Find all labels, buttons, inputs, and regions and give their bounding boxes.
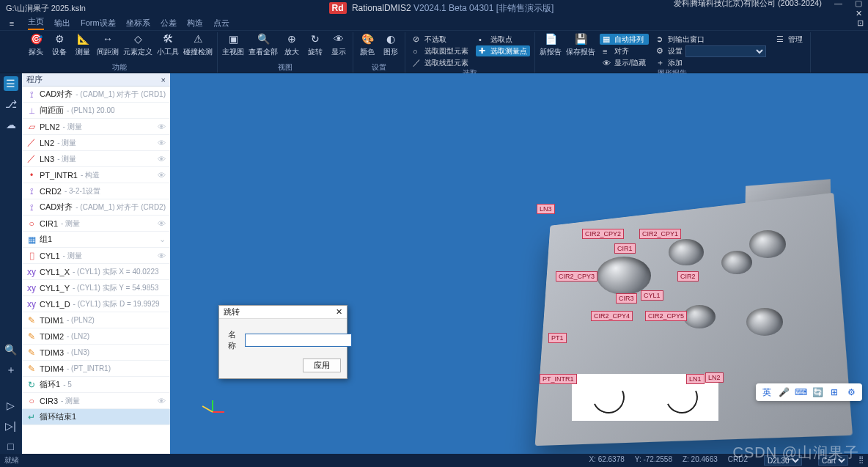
ribbon-btn-查看全部[interactable]: 🔍查看全部 bbox=[249, 32, 278, 57]
tab-construct[interactable]: 构造 bbox=[187, 18, 203, 29]
ime-btn-1[interactable]: 🎤 bbox=[777, 386, 790, 399]
cart-select[interactable]: Cart bbox=[818, 455, 848, 466]
cad-label-CIR3[interactable]: CIR3 bbox=[616, 293, 637, 304]
align-button[interactable]: ≡对齐 bbox=[600, 45, 649, 56]
rpt-settings[interactable]: ⚙设置 bbox=[653, 45, 769, 56]
eye-icon[interactable]: 👁 bbox=[158, 139, 166, 147]
program-item-循环结束1[interactable]: ↵循环结束1 bbox=[22, 409, 170, 425]
program-item-TDIM3[interactable]: ✎TDIM3 - (LN3) bbox=[22, 345, 170, 361]
ime-btn-0[interactable]: 英 bbox=[760, 386, 773, 399]
cad-label-CYL1[interactable]: CYL1 bbox=[641, 290, 663, 301]
program-item-CYL1_X[interactable]: xyCYL1_X - (CYL1) 实际 X = 40.0223 bbox=[22, 264, 170, 280]
program-item-CIR3[interactable]: ○CIR3 - 测量👁 bbox=[22, 393, 170, 409]
program-item-PT_INTR1[interactable]: •PT_INTR1 - 构造👁 bbox=[22, 167, 170, 183]
side-step-icon[interactable]: ▷| bbox=[4, 419, 18, 433]
side-play-icon[interactable]: ▷ bbox=[4, 398, 18, 413]
ime-btn-3[interactable]: 🔄 bbox=[811, 386, 824, 399]
ribbon-btn-探头[interactable]: 🎯探头 bbox=[26, 32, 45, 57]
rpt-select[interactable] bbox=[685, 45, 766, 57]
sel-point[interactable]: •选取点 bbox=[476, 34, 530, 45]
new-report-button[interactable]: 📄新报告 bbox=[540, 32, 562, 57]
program-item-CYL1_D[interactable]: xyCYL1_D - (CYL1) 实际 D = 19.9929 bbox=[22, 296, 170, 312]
side-tree-icon[interactable]: ⎇ bbox=[4, 97, 18, 111]
settings-icon[interactable]: ⊡ bbox=[857, 18, 864, 28]
close-button[interactable]: ✕ bbox=[856, 9, 862, 18]
side-search-icon[interactable]: 🔍 bbox=[4, 342, 18, 357]
ribbon-btn-显示[interactable]: 👁显示 bbox=[329, 32, 348, 57]
auto-arrange[interactable]: ▦自动排列 bbox=[600, 34, 649, 45]
cad-viewport[interactable]: LN3CIR2_CPY2CIR2_CPY1CIR1CIR2_CPY3CIR2CI… bbox=[170, 73, 868, 454]
program-item-TDIM2[interactable]: ✎TDIM2 - (LN2) bbox=[22, 328, 170, 345]
rpt-add[interactable]: ＋添加 bbox=[653, 57, 769, 68]
chevron-down-icon[interactable]: ⌄ bbox=[159, 235, 166, 244]
cad-label-CIR2_CPY5[interactable]: CIR2_CPY5 bbox=[645, 311, 687, 321]
side-list-icon[interactable]: ☰ bbox=[4, 76, 18, 91]
tab-home[interactable]: 主页 bbox=[28, 16, 44, 30]
sel-none[interactable]: ⊘不选取 bbox=[410, 34, 471, 45]
program-item-间距面[interactable]: ⟂间距面 - (PLN1) 20.00 bbox=[22, 103, 170, 119]
ribbon-btn-间距测[interactable]: ↔间距测 bbox=[97, 32, 119, 57]
cad-label-PT1[interactable]: PT1 bbox=[548, 333, 567, 343]
ime-btn-5[interactable]: ⚙ bbox=[845, 386, 858, 399]
program-item-PLN2[interactable]: ▱PLN2 - 测量👁 bbox=[22, 119, 170, 135]
ribbon-btn-元素定义[interactable]: ◇元素定义 bbox=[123, 32, 152, 57]
cad-label-CIR1[interactable]: CIR1 bbox=[614, 243, 636, 254]
ime-btn-4[interactable]: ⊞ bbox=[828, 386, 841, 399]
sel-line[interactable]: ／选取线型元素 bbox=[410, 57, 471, 68]
tab-crd[interactable]: 坐标系 bbox=[126, 18, 150, 29]
eye-icon[interactable]: 👁 bbox=[158, 122, 166, 131]
ribbon-btn-碰撞检测[interactable]: ⚠碰撞检测 bbox=[183, 32, 213, 57]
program-item-CYL1[interactable]: ⌷CYL1 - 测量👁 bbox=[22, 248, 170, 264]
ribbon-btn-旋转[interactable]: ↻旋转 bbox=[306, 32, 325, 57]
side-add-icon[interactable]: ＋ bbox=[4, 363, 18, 378]
ribbon-btn-小工具[interactable]: 🛠小工具 bbox=[157, 32, 179, 57]
cad-label-CIR2[interactable]: CIR2 bbox=[677, 271, 699, 282]
program-item-TDIM1[interactable]: ✎TDIM1 - (PLN2) bbox=[22, 312, 170, 328]
tab-output[interactable]: 输出 bbox=[54, 18, 70, 29]
ribbon-btn-颜色[interactable]: 🎨颜色 bbox=[358, 32, 377, 57]
ribbon-btn-放大[interactable]: ⊕放大 bbox=[282, 32, 301, 57]
program-item-TDIM4[interactable]: ✎TDIM4 - (PT_INTR1) bbox=[22, 361, 170, 377]
cad-label-PT_INTR1[interactable]: PT_INTR1 bbox=[540, 374, 577, 384]
sel-measure-point[interactable]: ✚选取测量点 bbox=[476, 45, 530, 56]
ribbon-btn-主视图[interactable]: ▣主视图 bbox=[222, 32, 244, 57]
program-item-CYL1_Y[interactable]: xyCYL1_Y - (CYL1) 实际 Y = 54.9853 bbox=[22, 280, 170, 296]
eye-icon[interactable]: 👁 bbox=[158, 219, 166, 228]
program-item-组1[interactable]: ▦组1 ⌄ bbox=[22, 232, 170, 248]
tab-cloud[interactable]: 点云 bbox=[213, 18, 229, 29]
cad-label-CIR2_CPY2[interactable]: CIR2_CPY2 bbox=[582, 229, 624, 239]
eye-icon[interactable]: 👁 bbox=[158, 251, 166, 260]
eye-icon[interactable]: 👁 bbox=[158, 155, 166, 163]
dialog-close-icon[interactable]: ✕ bbox=[336, 307, 342, 317]
panel-close-icon[interactable]: × bbox=[161, 76, 166, 84]
eye-icon[interactable]: 👁 bbox=[158, 171, 166, 180]
maximize-button[interactable]: ▢ bbox=[855, 0, 862, 7]
program-item-CAD对齐[interactable]: ⟟CAD对齐 - (CADM_1) 对齐于 (CRD1) bbox=[22, 87, 170, 103]
cad-label-CIR2_CPY3[interactable]: CIR2_CPY3 bbox=[556, 271, 597, 282]
save-report-button[interactable]: 💾保存报告 bbox=[566, 32, 595, 57]
show-hide[interactable]: 👁显示/隐藏 bbox=[600, 57, 649, 68]
program-item-LN2[interactable]: ／LN2 - 测量👁 bbox=[22, 135, 170, 151]
rpt-manage[interactable]: ☰管理 bbox=[773, 34, 806, 45]
tab-tol[interactable]: 公差 bbox=[161, 18, 177, 29]
cad-label-CIR2_CPY4[interactable]: CIR2_CPY4 bbox=[591, 311, 633, 321]
cad-label-LN3[interactable]: LN3 bbox=[537, 204, 555, 214]
side-cloud-icon[interactable]: ☁ bbox=[4, 117, 18, 132]
minimize-button[interactable]: — bbox=[834, 0, 842, 7]
cad-label-CIR2_CPY1[interactable]: CIR2_CPY1 bbox=[639, 229, 681, 239]
d-select[interactable]: D2L30 bbox=[764, 455, 802, 466]
ribbon-btn-测量[interactable]: 📐测量 bbox=[73, 32, 92, 57]
tab-form[interactable]: Form误差 bbox=[81, 18, 116, 29]
ime-btn-2[interactable]: ⌨ bbox=[794, 386, 807, 399]
program-item-CIR1[interactable]: ○CIR1 - 测量👁 bbox=[22, 216, 170, 232]
sel-circle[interactable]: ○选取圆型元素 bbox=[410, 45, 471, 56]
ribbon-btn-图形[interactable]: ◐图形 bbox=[381, 32, 400, 57]
hamburger-button[interactable]: ≡ bbox=[6, 19, 18, 28]
eye-icon[interactable]: 👁 bbox=[158, 397, 166, 405]
apply-button[interactable]: 应用 bbox=[303, 358, 341, 372]
ime-toolbar[interactable]: 英🎤⌨🔄⊞⚙ bbox=[756, 383, 862, 401]
name-input[interactable] bbox=[245, 334, 352, 347]
program-item-CAD对齐[interactable]: ⟟CAD对齐 - (CADM_1) 对齐于 (CRD2) bbox=[22, 199, 170, 216]
ribbon-btn-设备[interactable]: ⚙设备 bbox=[50, 32, 69, 57]
to-output[interactable]: ➲到输出窗口 bbox=[653, 34, 769, 45]
